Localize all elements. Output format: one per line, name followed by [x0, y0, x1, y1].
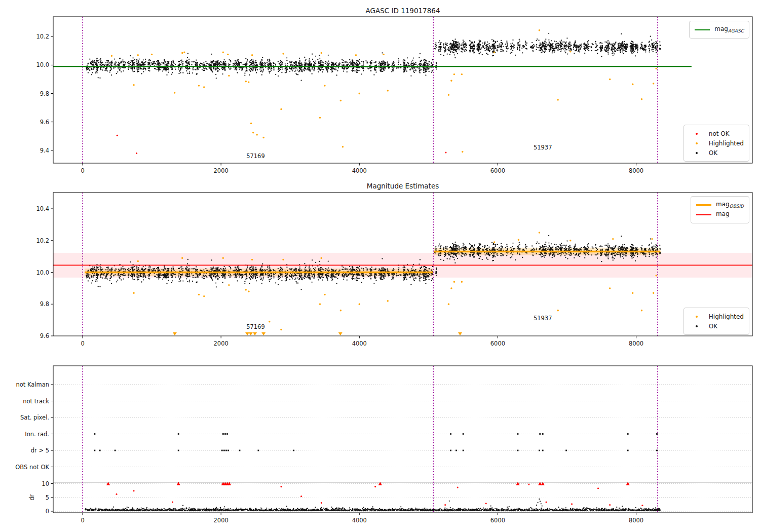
orange-line-swatch [696, 204, 711, 206]
y-tick-label: 10.0 [36, 61, 49, 68]
y-tick-label: 10.2 [36, 237, 49, 244]
flag-points-group [94, 433, 658, 451]
y-tick-label: 9.8 [40, 300, 49, 308]
legend-item-mag: mag [696, 210, 744, 219]
legend-label: magOBSID [716, 201, 744, 209]
middle-plot-title: Magnitude Estimates [53, 182, 752, 190]
flags-dr-plot: 02000400060008000not Kalmannot trackSat.… [15, 366, 752, 524]
y-tick-label: 9.8 [40, 90, 49, 97]
highlighted-points-group [133, 232, 657, 335]
y-tick-label: 9.6 [40, 119, 49, 126]
black-dot-swatch [689, 325, 704, 327]
legend-item-highlighted: Highlighted [689, 138, 744, 148]
legend-top-markers: not OK Highlighted OK [683, 125, 749, 162]
top-mag-plot: 020004000600080009.49.69.810.010.2571695… [36, 17, 752, 174]
x-tick-label: 0 [81, 167, 84, 174]
orange-dot-swatch [689, 142, 704, 144]
green-line-swatch [695, 29, 710, 30]
obsid-annotation: 57169 [246, 153, 265, 160]
x-tick-label: 4000 [352, 167, 367, 174]
dr-tick-label: 10 [42, 480, 49, 487]
legend-label: OK [709, 149, 717, 157]
category-label: Ion. rad. [25, 431, 49, 438]
x-tick-label: 4000 [352, 517, 367, 524]
legend-item-highlighted: Highlighted [689, 312, 744, 321]
dr-clipped-marker [378, 482, 382, 485]
legend-item-ok: OK [689, 321, 744, 331]
clipped-low-marker [173, 332, 177, 335]
plots-canvas: 020004000600080009.49.69.810.010.2571695… [0, 0, 760, 532]
ok-points-group [86, 33, 661, 81]
dr-clipped-marker [106, 482, 110, 485]
highlighted-points-group [111, 29, 657, 153]
legend-item-not-ok: not OK [689, 129, 744, 138]
clipped-low-marker [245, 332, 249, 335]
legend-label: Highlighted [709, 140, 744, 147]
legend-item-mag-agasc: magAGASC [695, 25, 744, 34]
legend-label: mag [716, 210, 730, 218]
legend-item-mag-obsid: magOBSID [696, 200, 744, 210]
x-tick-label: 0 [81, 340, 84, 347]
x-tick-label: 6000 [490, 340, 505, 347]
clipped-low-marker [253, 332, 257, 335]
legend-label: Highlighted [709, 313, 744, 320]
category-label: Sat. pixel. [20, 414, 49, 421]
dr-clipped-marker [516, 482, 520, 485]
x-tick-label: 8000 [629, 340, 643, 347]
obsid-annotation: 51937 [534, 315, 552, 322]
dr-points-group [85, 499, 661, 511]
legend-mag-agasc: magAGASC [689, 21, 749, 39]
clipped-low-marker [261, 332, 265, 335]
not-ok-points-group [117, 135, 447, 154]
legend-label: not OK [709, 130, 730, 137]
x-tick-label: 2000 [214, 517, 229, 524]
legend-item-ok: OK [689, 148, 744, 158]
clipped-low-marker [249, 332, 253, 335]
top-plot-title: AGASC ID 119017864 [53, 7, 752, 15]
middle-mag-plot: 020004000600080009.69.810.010.210.457169… [36, 193, 752, 347]
x-tick-label: 8000 [629, 517, 643, 524]
x-tick-label: 2000 [214, 167, 229, 174]
x-tick-label: 6000 [490, 167, 505, 174]
x-tick-label: 6000 [490, 517, 505, 524]
y-tick-label: 10.0 [36, 269, 49, 276]
y-tick-label: 10.4 [36, 205, 49, 212]
red-line-swatch [696, 214, 711, 215]
obsid-annotation: 57169 [246, 323, 265, 330]
dr-tick-label: 0 [46, 508, 49, 515]
black-dot-swatch [689, 152, 704, 154]
orange-dot-swatch [689, 316, 704, 318]
x-tick-label: 0 [81, 517, 84, 524]
category-label: not track [23, 398, 49, 405]
dr-not-ok-group [106, 482, 643, 506]
clipped-low-marker [338, 332, 343, 335]
category-label: dr > 5 [31, 447, 49, 454]
dr-clipped-marker [538, 482, 542, 485]
obsid-annotation: 51937 [534, 144, 552, 151]
y-tick-label: 9.4 [40, 147, 49, 154]
dr-tick-label: 5 [46, 494, 49, 501]
category-label: not Kalman [16, 381, 49, 388]
agasc-magnitude-figure: 020004000600080009.49.69.810.010.2571695… [0, 0, 760, 532]
y-tick-label: 10.2 [36, 33, 49, 40]
y-tick-label: 9.6 [40, 332, 49, 339]
legend-mid-lines: magOBSID mag [691, 196, 749, 223]
legend-label: magAGASC [714, 25, 744, 33]
red-dot-swatch [689, 133, 704, 135]
x-tick-label: 8000 [629, 167, 643, 174]
dr-axis-label: dr [28, 494, 35, 500]
legend-label: OK [709, 323, 717, 330]
category-label: OBS not OK [15, 464, 49, 471]
clipped-low-marker [458, 332, 462, 335]
legend-mid-markers: Highlighted OK [683, 308, 749, 335]
x-tick-label: 4000 [352, 340, 367, 347]
x-tick-label: 2000 [214, 340, 229, 347]
